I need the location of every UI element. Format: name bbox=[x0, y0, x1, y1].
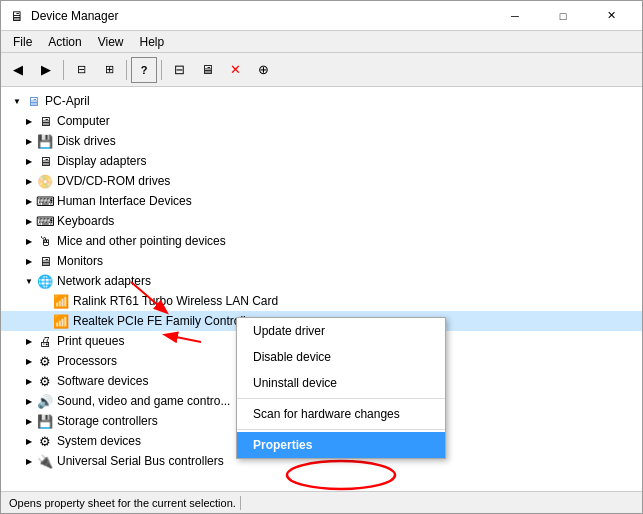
item-label: Storage controllers bbox=[57, 414, 158, 428]
title-bar-left: 🖥 Device Manager bbox=[9, 8, 118, 24]
toolbar-separator-1 bbox=[63, 60, 64, 80]
list-item[interactable]: ▶ ⌨ Human Interface Devices bbox=[1, 191, 642, 211]
sound-icon: 🔊 bbox=[37, 393, 53, 409]
menu-view[interactable]: View bbox=[90, 33, 132, 51]
item-label: Print queues bbox=[57, 334, 124, 348]
expand-icon[interactable]: ▶ bbox=[21, 413, 37, 429]
list-item[interactable]: ▼ 🌐 Network adapters bbox=[1, 271, 642, 291]
scan-button[interactable]: 🖥 bbox=[194, 57, 220, 83]
item-label: Disk drives bbox=[57, 134, 116, 148]
list-item[interactable]: ▶ 🖱 Mice and other pointing devices bbox=[1, 231, 642, 251]
keyboard-icon: ⌨ bbox=[37, 213, 53, 229]
expand-icon[interactable]: ▶ bbox=[21, 353, 37, 369]
list-item[interactable]: ▶ 🖥 Monitors bbox=[1, 251, 642, 271]
minimize-button[interactable]: ─ bbox=[492, 1, 538, 31]
window-title: Device Manager bbox=[31, 9, 118, 23]
expand-icon[interactable]: ▶ bbox=[21, 153, 37, 169]
monitor-icon: 🖥 bbox=[37, 253, 53, 269]
help-button[interactable]: ? bbox=[131, 57, 157, 83]
menu-action[interactable]: Action bbox=[40, 33, 89, 51]
expand-icon bbox=[37, 313, 53, 329]
item-label: Monitors bbox=[57, 254, 103, 268]
item-label: Network adapters bbox=[57, 274, 151, 288]
nic-icon: 📶 bbox=[53, 313, 69, 329]
update-button[interactable]: ⊟ bbox=[166, 57, 192, 83]
context-update-driver[interactable]: Update driver bbox=[237, 318, 445, 344]
list-item[interactable]: 📶 Ralink RT61 Turbo Wireless LAN Card bbox=[1, 291, 642, 311]
item-label: Keyboards bbox=[57, 214, 114, 228]
context-separator-1 bbox=[237, 398, 445, 399]
window-icon: 🖥 bbox=[9, 8, 25, 24]
list-item[interactable]: ▶ 📀 DVD/CD-ROM drives bbox=[1, 171, 642, 191]
context-scan-hardware[interactable]: Scan for hardware changes bbox=[237, 401, 445, 427]
list-item[interactable]: ▶ ⌨ Keyboards bbox=[1, 211, 642, 231]
expand-icon[interactable]: ▼ bbox=[21, 273, 37, 289]
list-item[interactable]: ▶ 💾 Disk drives bbox=[1, 131, 642, 151]
wifi-icon: 📶 bbox=[53, 293, 69, 309]
disk-icon: 💾 bbox=[37, 133, 53, 149]
status-separator bbox=[240, 496, 241, 510]
context-uninstall-device[interactable]: Uninstall device bbox=[237, 370, 445, 396]
context-separator-2 bbox=[237, 429, 445, 430]
mouse-icon: 🖱 bbox=[37, 233, 53, 249]
menu-bar: File Action View Help bbox=[1, 31, 642, 53]
expand-icon[interactable]: ▶ bbox=[21, 433, 37, 449]
expand-icon[interactable]: ▶ bbox=[21, 373, 37, 389]
tree-root[interactable]: ▼ 🖥 PC-April bbox=[1, 91, 642, 111]
item-label: DVD/CD-ROM drives bbox=[57, 174, 170, 188]
root-label: PC-April bbox=[45, 94, 90, 108]
collapse-button[interactable]: ⊟ bbox=[68, 57, 94, 83]
expand-icon[interactable]: ▶ bbox=[21, 133, 37, 149]
device-manager-window: 🖥 Device Manager ─ □ ✕ File Action View … bbox=[0, 0, 643, 514]
title-bar-controls: ─ □ ✕ bbox=[492, 1, 634, 31]
item-label: Universal Serial Bus controllers bbox=[57, 454, 224, 468]
add-button[interactable]: ⊕ bbox=[250, 57, 276, 83]
realtek-label: Realtek PCIe FE Family Controller bbox=[73, 314, 256, 328]
item-label: Human Interface Devices bbox=[57, 194, 192, 208]
menu-file[interactable]: File bbox=[5, 33, 40, 51]
display-icon: 🖥 bbox=[37, 153, 53, 169]
tree-area: ▼ 🖥 PC-April ▶ 🖥 Computer ▶ 💾 Disk drive… bbox=[1, 87, 642, 491]
main-area: ▼ 🖥 PC-April ▶ 🖥 Computer ▶ 💾 Disk drive… bbox=[1, 87, 642, 491]
expand-button[interactable]: ⊞ bbox=[96, 57, 122, 83]
back-button[interactable]: ◀ bbox=[5, 57, 31, 83]
hid-icon: ⌨ bbox=[37, 193, 53, 209]
item-label: Display adapters bbox=[57, 154, 146, 168]
context-disable-device[interactable]: Disable device bbox=[237, 344, 445, 370]
item-label: Software devices bbox=[57, 374, 148, 388]
close-button[interactable]: ✕ bbox=[588, 1, 634, 31]
context-menu: Update driver Disable device Uninstall d… bbox=[236, 317, 446, 459]
maximize-button[interactable]: □ bbox=[540, 1, 586, 31]
cpu-icon: ⚙ bbox=[37, 353, 53, 369]
expand-icon[interactable]: ▶ bbox=[21, 113, 37, 129]
computer-icon: 🖥 bbox=[37, 113, 53, 129]
item-label: Processors bbox=[57, 354, 117, 368]
expand-icon[interactable]: ▶ bbox=[21, 393, 37, 409]
usb-icon: 🔌 bbox=[37, 453, 53, 469]
list-item[interactable]: ▶ 🖥 Display adapters bbox=[1, 151, 642, 171]
toolbar: ◀ ▶ ⊟ ⊞ ? ⊟ 🖥 ✕ ⊕ bbox=[1, 53, 642, 87]
toolbar-separator-3 bbox=[161, 60, 162, 80]
expand-icon[interactable]: ▶ bbox=[21, 233, 37, 249]
expand-icon[interactable]: ▶ bbox=[21, 333, 37, 349]
sys-icon: ⚙ bbox=[37, 433, 53, 449]
root-expand-icon[interactable]: ▼ bbox=[9, 93, 25, 109]
title-bar: 🖥 Device Manager ─ □ ✕ bbox=[1, 1, 642, 31]
list-item[interactable]: ▶ 🖥 Computer bbox=[1, 111, 642, 131]
mice-label: Mice and other pointing devices bbox=[57, 234, 226, 248]
expand-icon[interactable]: ▶ bbox=[21, 453, 37, 469]
ralink-label: Ralink RT61 Turbo Wireless LAN Card bbox=[73, 294, 278, 308]
remove-button[interactable]: ✕ bbox=[222, 57, 248, 83]
network-icon: 🌐 bbox=[37, 273, 53, 289]
expand-icon bbox=[37, 293, 53, 309]
menu-help[interactable]: Help bbox=[132, 33, 173, 51]
toolbar-separator-2 bbox=[126, 60, 127, 80]
forward-button[interactable]: ▶ bbox=[33, 57, 59, 83]
dvd-icon: 📀 bbox=[37, 173, 53, 189]
root-icon: 🖥 bbox=[25, 93, 41, 109]
status-bar: Opens property sheet for the current sel… bbox=[1, 491, 642, 513]
context-properties[interactable]: Properties bbox=[237, 432, 445, 458]
expand-icon[interactable]: ▶ bbox=[21, 173, 37, 189]
expand-icon[interactable]: ▶ bbox=[21, 253, 37, 269]
storage-icon: 💾 bbox=[37, 413, 53, 429]
